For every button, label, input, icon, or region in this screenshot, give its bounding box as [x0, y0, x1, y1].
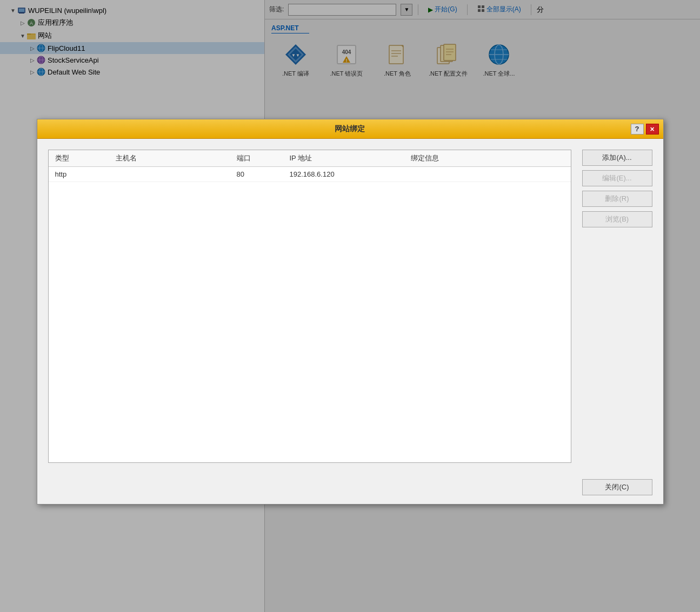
col-header-type: 类型 [49, 150, 109, 167]
dialog-titlebar: 网站绑定 ? × [37, 119, 663, 139]
close-dialog-button[interactable]: 关闭(C) [582, 479, 652, 495]
edit-binding-button[interactable]: 编辑(E)... [582, 170, 652, 186]
dialog-footer: 关闭(C) [37, 474, 663, 504]
cell-ip: 192.168.6.120 [283, 167, 404, 182]
dialog-title: 网站绑定 [69, 124, 631, 134]
table-header-row: 类型 主机名 端口 IP 地址 绑定信息 [49, 150, 571, 167]
dialog-action-buttons: 添加(A)... 编辑(E)... 删除(R) 浏览(B) [582, 150, 652, 463]
col-header-ip: IP 地址 [283, 150, 404, 167]
col-header-port: 端口 [230, 150, 283, 167]
bindings-table: 类型 主机名 端口 IP 地址 绑定信息 http 80 [49, 150, 571, 182]
cell-binding [404, 167, 525, 182]
browse-binding-button[interactable]: 浏览(B) [582, 211, 652, 227]
dialog-close-x-button[interactable]: × [646, 124, 659, 134]
table-row[interactable]: http 80 192.168.6.120 [49, 167, 571, 182]
col-header-binding: 绑定信息 [404, 150, 525, 167]
dialog-controls: ? × [631, 124, 659, 134]
delete-binding-button[interactable]: 删除(R) [582, 191, 652, 207]
dialog-body: 类型 主机名 端口 IP 地址 绑定信息 http 80 [37, 139, 663, 474]
col-header-hostname: 主机名 [109, 150, 230, 167]
dialog-help-button[interactable]: ? [631, 124, 644, 134]
bindings-table-container: 类型 主机名 端口 IP 地址 绑定信息 http 80 [48, 150, 571, 463]
cell-port: 80 [230, 167, 283, 182]
add-binding-button[interactable]: 添加(A)... [582, 150, 652, 166]
cell-type: http [49, 167, 109, 182]
col-header-actions [525, 150, 571, 167]
dialog-overlay: 网站绑定 ? × 类型 主机名 端口 IP 地址 绑定信息 [0, 0, 700, 612]
cell-actions [525, 167, 571, 182]
cell-hostname [109, 167, 230, 182]
website-binding-dialog: 网站绑定 ? × 类型 主机名 端口 IP 地址 绑定信息 [37, 119, 664, 505]
